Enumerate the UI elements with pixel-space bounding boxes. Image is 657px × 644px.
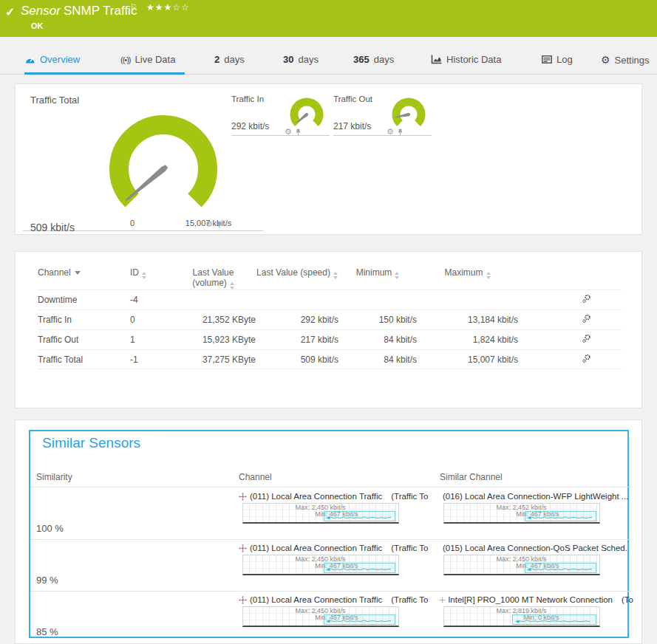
similar-row1-similar-graph: Max: 2,452 kbit/s Min: 467 kbit/s: [443, 503, 600, 524]
similarity-value: 100 %: [36, 523, 64, 534]
sparkline: [243, 555, 398, 574]
tab-label: days: [298, 54, 318, 65]
similar-row3-channel-graph: Max: 2,450 kbit/s Min: 467 kbit/s: [242, 606, 399, 627]
tab-live-data[interactable]: ((•)) Live Data: [120, 54, 175, 65]
log-icon: [542, 55, 552, 64]
traffic-in-gauge-block: Traffic In 292 kbit/s ⚙: [231, 92, 330, 136]
pin-icon[interactable]: [216, 221, 222, 229]
sort-icon: [395, 272, 399, 279]
similar-row2-channel-graph: Max: 2,450 kbit/s Min: 467 kbit/s: [242, 555, 399, 575]
cell-speed: 217 kbit/s: [256, 335, 338, 345]
cell-channel: Traffic Out: [38, 335, 130, 345]
status-badge: OK: [31, 21, 44, 30]
sparkline: [444, 607, 599, 626]
cell-volume: 37,275 KByte: [171, 354, 256, 365]
similar-row1-channel-graph: Max: 2,450 kbit/s Min: 467 kbit/s: [242, 503, 399, 524]
divider: [30, 591, 632, 592]
sensor-name: SNMP Traffic: [64, 4, 137, 18]
similar-row1-similar-channel-link[interactable]: (016) Local Area Connection-WFP LightWei…: [440, 490, 633, 502]
tab-number: 365: [353, 54, 370, 65]
similar-row2-similar-graph: Max: 2,450 kbit/s Min: 467 kbit/s: [443, 555, 600, 575]
similar-row3-similar-channel-link[interactable]: Intel[R] PRO_1000 MT Network Connection(…: [440, 594, 633, 606]
col-header-channel[interactable]: Channel: [38, 265, 130, 290]
cell-min: 84 kbit/s: [338, 335, 417, 345]
pin-icon[interactable]: [295, 129, 302, 137]
cell-max: 13,184 kbit/s: [417, 315, 518, 325]
col-header-id[interactable]: ID: [130, 265, 171, 290]
move-crosshair-icon: [239, 596, 247, 604]
overview-gauge-icon: [24, 55, 35, 64]
cell-id: -1: [130, 354, 171, 365]
channel-settings-gears-icon[interactable]: [582, 314, 591, 323]
cell-speed: 292 kbit/s: [256, 315, 338, 325]
col-header-maximum[interactable]: Maximum: [417, 265, 518, 290]
col-header-last-value-volume[interactable]: Last Value(volume): [171, 265, 256, 290]
similar-row2-channel-link[interactable]: (011) Local Area Connection Traffic(Traf…: [239, 542, 437, 554]
channels-table-panel: Channel ID Last Value(volume) Last Value…: [15, 251, 642, 408]
tab-label: days: [224, 54, 244, 65]
tab-bar: Overview ((•)) Live Data 2days 30days 36…: [0, 37, 657, 78]
table-row-traffic-in: Traffic In 0 21,352 KByte 292 kbit/s 150…: [38, 309, 622, 329]
gauge-title: Traffic Out: [333, 95, 372, 103]
gauge-settings-gear-icon[interactable]: ⚙: [285, 127, 292, 137]
cell-id: -4: [130, 295, 171, 305]
tab-label: Log: [556, 54, 573, 65]
pin-icon[interactable]: [397, 129, 404, 137]
tab-number: 30: [283, 54, 293, 65]
similar-sensors-title: Similar Sensors: [42, 435, 140, 451]
tab-overview[interactable]: Overview: [24, 54, 80, 65]
sensor-status-header: ✓ SensorSNMP Traffic ⚐ ★★★☆☆ OK: [0, 0, 657, 37]
channels-table-header: Channel ID Last Value(volume) Last Value…: [38, 265, 622, 290]
live-data-icon: ((•)): [120, 55, 131, 64]
col-header-similarity: Similarity: [36, 472, 72, 482]
sparkline: [243, 607, 398, 626]
tab-2-days[interactable]: 2days: [214, 54, 245, 65]
sort-icon: [486, 272, 491, 279]
move-crosshair-icon: [239, 544, 247, 552]
gauge-settings-gear-icon[interactable]: ⚙: [205, 219, 213, 229]
traffic-total-gauge-block: Traffic Total 0 15,007 kbit/s 509 kbit/s…: [23, 92, 263, 231]
stars-filled[interactable]: ★★★: [146, 2, 172, 13]
col-header-last-value-speed[interactable]: Last Value (speed): [256, 265, 338, 290]
gauge-title: Traffic In: [231, 95, 264, 103]
channel-settings-gears-icon[interactable]: [582, 294, 591, 304]
tab-settings[interactable]: ⚙ Settings: [601, 54, 650, 66]
gauge-scale-min: 0: [118, 219, 147, 227]
similar-sensors-panel: Similar Sensors Similarity Channel Simil…: [15, 419, 642, 644]
move-crosshair-icon: [239, 493, 247, 501]
divider: [30, 487, 632, 487]
similar-row3-channel-link[interactable]: (011) Local Area Connection Traffic(Traf…: [239, 594, 437, 606]
sort-icon: [142, 272, 146, 279]
sensor-kind-label: Sensor: [21, 4, 61, 18]
col-header-minimum[interactable]: Minimum: [338, 265, 417, 290]
tab-number: 2: [214, 54, 219, 65]
gauge-title: Traffic Total: [30, 95, 79, 106]
tab-label: Settings: [615, 55, 650, 66]
similar-row2-similar-channel-link[interactable]: (015) Local Area Connection-QoS Packet S…: [440, 542, 633, 554]
cell-id: 0: [130, 315, 171, 325]
cell-volume: 15,923 KByte: [171, 335, 256, 345]
tab-label: days: [374, 54, 394, 65]
traffic-out-gauge-block: Traffic Out 217 kbit/s ⚙: [333, 92, 432, 136]
settings-gear-icon: ⚙: [601, 54, 610, 66]
page-title: SensorSNMP Traffic: [21, 4, 137, 18]
cell-id: 1: [130, 335, 171, 345]
tab-30-days[interactable]: 30days: [283, 54, 319, 65]
similarity-value: 99 %: [36, 575, 58, 586]
priority-stars[interactable]: ★★★☆☆: [146, 2, 190, 13]
cell-channel: Downtime: [38, 295, 130, 305]
tab-log[interactable]: Log: [542, 54, 573, 65]
stars-empty[interactable]: ☆☆: [172, 2, 190, 13]
channel-settings-gears-icon[interactable]: [582, 334, 591, 343]
tab-365-days[interactable]: 365days: [353, 54, 394, 65]
tab-historic-data[interactable]: Historic Data: [431, 54, 501, 65]
cell-min: 84 kbit/s: [338, 354, 417, 365]
gauge-settings-gear-icon[interactable]: ⚙: [387, 127, 394, 137]
priority-flag-icon[interactable]: ⚐: [130, 2, 137, 12]
active-tab-underline: [24, 72, 185, 75]
similarity-value: 85 %: [36, 626, 58, 637]
status-check-icon: ✓: [5, 5, 15, 19]
channel-settings-gears-icon[interactable]: [582, 354, 591, 363]
similar-row1-channel-link[interactable]: (011) Local Area Connection Traffic(Traf…: [239, 490, 437, 502]
prtg-sensor-overview-page: ✓ SensorSNMP Traffic ⚐ ★★★☆☆ OK Overview…: [0, 0, 657, 644]
